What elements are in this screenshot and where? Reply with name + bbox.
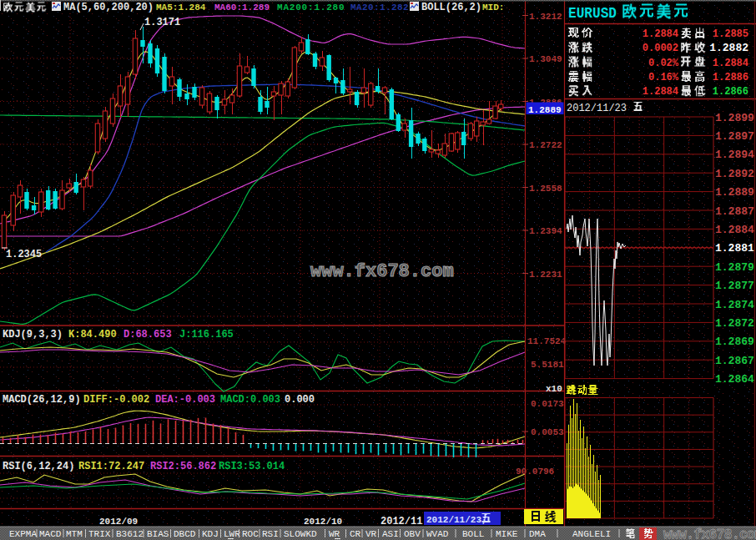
svg-text:0.000: 0.000 <box>285 394 315 406</box>
svg-text:1.2345: 1.2345 <box>6 249 42 260</box>
svg-text:J:116.165: J:116.165 <box>179 329 234 341</box>
svg-text:MA20:1.282: MA20:1.282 <box>350 3 409 13</box>
svg-text:DMA: DMA <box>529 529 546 539</box>
svg-text:1.2874: 1.2874 <box>715 299 754 311</box>
svg-text:1.2884: 1.2884 <box>713 58 748 69</box>
svg-text:1.2394: 1.2394 <box>529 226 562 236</box>
svg-text:1.2889: 1.2889 <box>715 186 754 199</box>
svg-text:RSI(6,12,24): RSI(6,12,24) <box>3 461 74 472</box>
svg-text:VR: VR <box>365 529 377 539</box>
svg-text:0.16%: 0.16% <box>648 72 679 83</box>
svg-text:OBV: OBV <box>404 529 421 539</box>
svg-text:1.2886: 1.2886 <box>713 72 748 83</box>
svg-text:0.0053: 0.0053 <box>531 427 564 437</box>
svg-text:K:84.490: K:84.490 <box>68 329 117 341</box>
svg-text:MA200:1.280: MA200:1.280 <box>277 3 345 13</box>
svg-text:D:68.653: D:68.653 <box>123 329 172 341</box>
svg-text:RSI2:56.862: RSI2:56.862 <box>150 461 216 472</box>
svg-text:MACD(26,12,9): MACD(26,12,9) <box>3 394 81 406</box>
svg-text:EXPMA: EXPMA <box>9 529 37 539</box>
svg-text:SLOWKD: SLOWKD <box>284 529 317 539</box>
svg-text:2012/09: 2012/09 <box>99 517 138 527</box>
svg-text:1.2867: 1.2867 <box>715 355 754 367</box>
svg-text:MA60:1.289: MA60:1.289 <box>214 3 270 13</box>
svg-text:www.fx678.com: www.fx678.com <box>310 261 454 282</box>
svg-text:MTM: MTM <box>66 529 83 539</box>
svg-text:BOLL: BOLL <box>462 529 484 539</box>
svg-text:RSI3:53.014: RSI3:53.014 <box>219 461 285 472</box>
svg-text:1.2885: 1.2885 <box>713 28 748 40</box>
svg-text:WVAD: WVAD <box>426 529 449 539</box>
svg-text:0.02%: 0.02% <box>648 58 679 69</box>
svg-text:DBCD: DBCD <box>174 529 196 539</box>
svg-text:2012/11/23: 2012/11/23 <box>567 103 627 114</box>
svg-text:LWR: LWR <box>224 529 240 539</box>
svg-text:0.0173: 0.0173 <box>531 399 564 409</box>
svg-text:WR: WR <box>329 529 340 539</box>
svg-text:1.2558: 1.2558 <box>529 184 562 194</box>
svg-text:MACD:0.003: MACD:0.003 <box>220 394 280 406</box>
svg-text:1.2231: 1.2231 <box>529 270 562 280</box>
svg-text:1.2869: 1.2869 <box>715 336 754 348</box>
svg-text:MID:: MID: <box>482 3 504 13</box>
svg-text:ROC: ROC <box>242 529 259 539</box>
svg-text:CR: CR <box>350 529 361 539</box>
svg-text:MA5:1.284: MA5:1.284 <box>156 3 206 13</box>
svg-text:1.2897: 1.2897 <box>715 130 754 143</box>
svg-text:1.2887: 1.2887 <box>715 205 754 218</box>
svg-text:EURUSD: EURUSD <box>568 5 617 22</box>
svg-text:1.2866: 1.2866 <box>713 86 748 98</box>
svg-text:1.2884: 1.2884 <box>715 224 754 236</box>
svg-text:1.2881: 1.2881 <box>715 242 754 255</box>
svg-text:1.3171: 1.3171 <box>144 17 180 28</box>
svg-text:DEA:-0.003: DEA:-0.003 <box>155 394 215 406</box>
svg-text:5.5181: 5.5181 <box>531 360 564 370</box>
svg-text:1.2889: 1.2889 <box>528 105 562 115</box>
svg-text:MA(5,60,200,20): MA(5,60,200,20) <box>63 2 154 13</box>
svg-text:BIAS: BIAS <box>147 529 169 539</box>
svg-text:1.2864: 1.2864 <box>715 373 754 386</box>
svg-text:1.2894: 1.2894 <box>715 149 754 161</box>
svg-text:1.2872: 1.2872 <box>715 317 754 330</box>
svg-text:1.2899: 1.2899 <box>715 112 754 124</box>
svg-text:1.3212: 1.3212 <box>529 12 562 22</box>
svg-text:1.2882: 1.2882 <box>709 42 748 54</box>
svg-text:1.2722: 1.2722 <box>529 140 562 150</box>
svg-text:90.0796: 90.0796 <box>516 467 554 477</box>
svg-text:B3612: B3612 <box>116 529 144 539</box>
svg-text:2012/11/23,: 2012/11/23, <box>426 515 487 525</box>
svg-text:1.2877: 1.2877 <box>715 280 754 292</box>
svg-text:2012/10: 2012/10 <box>304 517 342 527</box>
svg-text:KDJ: KDJ <box>202 529 219 539</box>
svg-text:1.2892: 1.2892 <box>715 168 754 180</box>
svg-text:11.7524: 11.7524 <box>527 336 567 346</box>
svg-text:KDJ(9,3,3): KDJ(9,3,3) <box>3 329 63 341</box>
svg-text:x10: x10 <box>546 384 562 394</box>
svg-text:1.2884: 1.2884 <box>643 28 678 40</box>
svg-text:ANGLELI: ANGLELI <box>572 529 611 539</box>
svg-text:MIKE: MIKE <box>496 529 518 539</box>
svg-text:MACD: MACD <box>39 529 62 539</box>
svg-text:1.2884: 1.2884 <box>643 86 678 98</box>
svg-text:2012/11: 2012/11 <box>381 516 422 527</box>
svg-text:1.3049: 1.3049 <box>529 54 562 64</box>
svg-text:BOLL(26,2): BOLL(26,2) <box>421 2 481 13</box>
svg-text:RSI: RSI <box>262 529 279 539</box>
svg-text:RSI1:72.247: RSI1:72.247 <box>78 461 144 472</box>
svg-text:TRIX: TRIX <box>88 529 111 539</box>
svg-text:1.2879: 1.2879 <box>715 261 754 274</box>
svg-text:ASI: ASI <box>382 529 399 539</box>
svg-text:DIFF:-0.002: DIFF:-0.002 <box>83 394 149 406</box>
svg-text:www.fx678.com: www.fx678.com <box>663 527 756 540</box>
svg-text:0.0002: 0.0002 <box>643 43 678 54</box>
